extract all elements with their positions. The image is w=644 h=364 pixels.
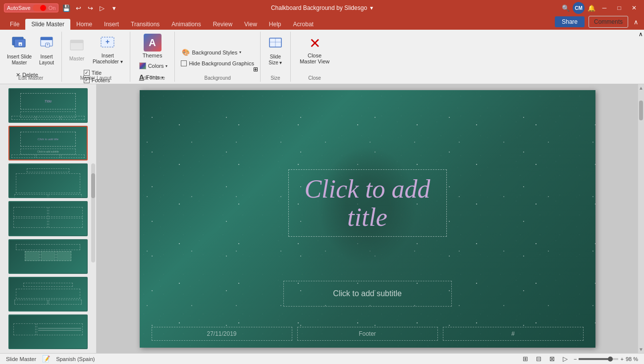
tab-slide-master[interactable]: Slide Master bbox=[25, 19, 70, 30]
slide-thumb-6[interactable] bbox=[8, 277, 88, 312]
share-button[interactable]: Share bbox=[555, 16, 585, 27]
main-area: Title Click to a bbox=[0, 84, 644, 353]
svg-rect-5 bbox=[41, 37, 53, 40]
tab-transitions[interactable]: Transitions bbox=[125, 19, 165, 30]
scroll-down-arrow[interactable]: ▼ bbox=[639, 347, 644, 352]
master-layout-label: Master Layout bbox=[80, 75, 111, 81]
hide-background-checkbox[interactable]: Hide Background Graphics bbox=[179, 60, 256, 67]
ribbon-collapse-icon[interactable]: ∧ bbox=[632, 18, 640, 26]
svg-text:+: + bbox=[47, 43, 49, 47]
tab-file[interactable]: File bbox=[4, 19, 25, 30]
zoom-slider[interactable] bbox=[579, 358, 618, 360]
scroll-up-arrow[interactable]: ▲ bbox=[639, 85, 644, 91]
ribbon-group-edit-theme: A Themes Colors ▾ A Fonts ▾ ✦ Effects ▾ … bbox=[130, 32, 175, 82]
colors-icon bbox=[139, 62, 146, 69]
slide-thumb-3-inner bbox=[9, 164, 87, 197]
right-scroll-thumb[interactable] bbox=[639, 101, 643, 120]
autosave-toggle[interactable] bbox=[33, 4, 47, 11]
ribbon-group-background: 🎨 Background Styles ▾ Hide Background Gr… bbox=[175, 32, 260, 82]
redo-icon[interactable]: ↪ bbox=[86, 4, 94, 12]
ribbon-tabs: File Slide Master Home Insert Transition… bbox=[0, 16, 644, 30]
tab-insert[interactable]: Insert bbox=[98, 19, 125, 30]
slide-canvas[interactable]: Click to addtitle Click to add subtitle … bbox=[140, 90, 595, 348]
ribbon-pin-icon[interactable]: ∧ bbox=[639, 31, 643, 38]
slide-thumb-6-inner bbox=[9, 278, 87, 311]
status-right: ⊞ ⊟ ⊠ ▷ − + 98 % bbox=[521, 354, 638, 364]
slide-sorter-button[interactable]: ⊟ bbox=[534, 354, 543, 364]
slide-title-placeholder[interactable]: Click to addtitle bbox=[288, 169, 447, 237]
view-label: Slide Master bbox=[6, 356, 36, 362]
comments-button[interactable]: Comments bbox=[589, 16, 628, 28]
background-expand-icon[interactable]: ⊞ bbox=[253, 66, 258, 73]
search-title-icon[interactable]: 🔍 bbox=[562, 4, 570, 12]
footer-page-box[interactable]: # bbox=[443, 327, 584, 341]
autosave-state: On bbox=[49, 5, 56, 11]
slide-subtitle-placeholder[interactable]: Click to add subtitle bbox=[283, 281, 452, 307]
zoom-minus[interactable]: − bbox=[574, 356, 577, 362]
user-initials: CM bbox=[575, 5, 583, 11]
right-scrollbar[interactable]: ▲ ▼ bbox=[638, 84, 644, 353]
status-bar: Slide Master 📝 Spanish (Spain) ⊞ ⊟ ⊠ ▷ −… bbox=[0, 353, 644, 364]
slide-thumb-1[interactable]: Title bbox=[8, 88, 88, 123]
zoom-thumb bbox=[608, 357, 613, 362]
slideshow-button[interactable]: ▷ bbox=[561, 354, 570, 364]
ribbon-group-master-layout: Master + InsertPlaceholder ▾ ✓ Title ✓ F… bbox=[62, 32, 130, 82]
tab-acrobat[interactable]: Acrobat bbox=[287, 19, 320, 30]
panel-scroll-track bbox=[91, 163, 95, 262]
slide-thumb-5[interactable] bbox=[8, 239, 88, 274]
save-icon[interactable]: 💾 bbox=[62, 4, 70, 12]
master-icon bbox=[69, 39, 84, 55]
insert-layout-button[interactable]: + InsertLayout bbox=[36, 32, 57, 69]
zoom-plus[interactable]: + bbox=[620, 356, 623, 362]
zoom-percent[interactable]: 98 % bbox=[626, 356, 638, 362]
title-bar-center: Chalkboard Background by Slidesgo ▾ bbox=[271, 4, 373, 11]
tab-help[interactable]: Help bbox=[263, 19, 287, 30]
colors-button[interactable]: Colors ▾ bbox=[136, 60, 171, 71]
background-styles-button[interactable]: 🎨 Background Styles ▾ bbox=[179, 47, 256, 58]
slide-editor: Click to addtitle Click to add subtitle … bbox=[97, 84, 638, 353]
slide-thumb-7[interactable] bbox=[8, 314, 88, 349]
slide-thumb-3[interactable] bbox=[8, 163, 88, 198]
close-master-icon: ✕ bbox=[309, 37, 321, 51]
tab-home[interactable]: Home bbox=[70, 19, 98, 30]
autosave-label: AutoSave bbox=[7, 5, 31, 11]
minimize-button[interactable]: ─ bbox=[598, 2, 610, 14]
maximize-button[interactable]: □ bbox=[613, 2, 625, 14]
insert-placeholder-label: InsertPlaceholder ▾ bbox=[93, 53, 123, 65]
zoom-fill bbox=[579, 358, 608, 360]
slide-footer: 27/11/2019 Footer # bbox=[152, 327, 584, 341]
language-label: Spanish (Spain) bbox=[56, 356, 95, 362]
footer-center-box[interactable]: Footer bbox=[297, 327, 438, 341]
dropdown-icon: ▾ bbox=[370, 4, 373, 11]
colors-label: Colors bbox=[148, 63, 164, 69]
insert-slide-master-button[interactable]: + Insert SlideMaster bbox=[4, 32, 35, 69]
close-button[interactable]: ✕ bbox=[628, 2, 640, 14]
insert-placeholder-button[interactable]: + InsertPlaceholder ▾ bbox=[90, 32, 126, 69]
normal-view-button[interactable]: ⊞ bbox=[521, 354, 530, 364]
background-label: Background bbox=[204, 75, 230, 81]
title-bar-left: AutoSave On 💾 ↩ ↪ ▷ ▾ bbox=[4, 3, 118, 12]
slide-thumb-2[interactable]: Click to add title Click to add subtitle bbox=[8, 126, 88, 160]
tab-animations[interactable]: Animations bbox=[165, 19, 207, 30]
background-styles-icon: 🎨 bbox=[182, 49, 190, 56]
undo-icon[interactable]: ↩ bbox=[74, 4, 82, 12]
tab-view[interactable]: View bbox=[238, 19, 263, 30]
ribbon: + Insert SlideMaster + InsertLayout bbox=[0, 30, 644, 84]
user-avatar[interactable]: CM bbox=[573, 2, 585, 14]
master-label: Master bbox=[69, 56, 85, 62]
close-master-view-button[interactable]: ✕ CloseMaster View bbox=[295, 32, 334, 69]
reading-view-button[interactable]: ⊠ bbox=[547, 354, 557, 364]
themes-button[interactable]: A Themes bbox=[137, 32, 168, 60]
footer-page-text: # bbox=[511, 330, 515, 337]
slide-thumb-4[interactable] bbox=[8, 201, 88, 236]
slide-size-button[interactable]: SlideSize ▾ bbox=[265, 32, 286, 69]
more-icon[interactable]: ▾ bbox=[110, 4, 118, 12]
slide-title-text: Click to addtitle bbox=[304, 175, 430, 231]
master-button[interactable]: Master bbox=[66, 32, 88, 69]
tab-review[interactable]: Review bbox=[207, 19, 238, 30]
footer-date-box[interactable]: 27/11/2019 bbox=[152, 327, 292, 341]
notification-icon[interactable]: 🔔 bbox=[588, 4, 595, 12]
notes-icon[interactable]: 📝 bbox=[42, 355, 50, 363]
present-icon[interactable]: ▷ bbox=[98, 4, 106, 12]
autosave-badge[interactable]: AutoSave On bbox=[4, 3, 58, 12]
